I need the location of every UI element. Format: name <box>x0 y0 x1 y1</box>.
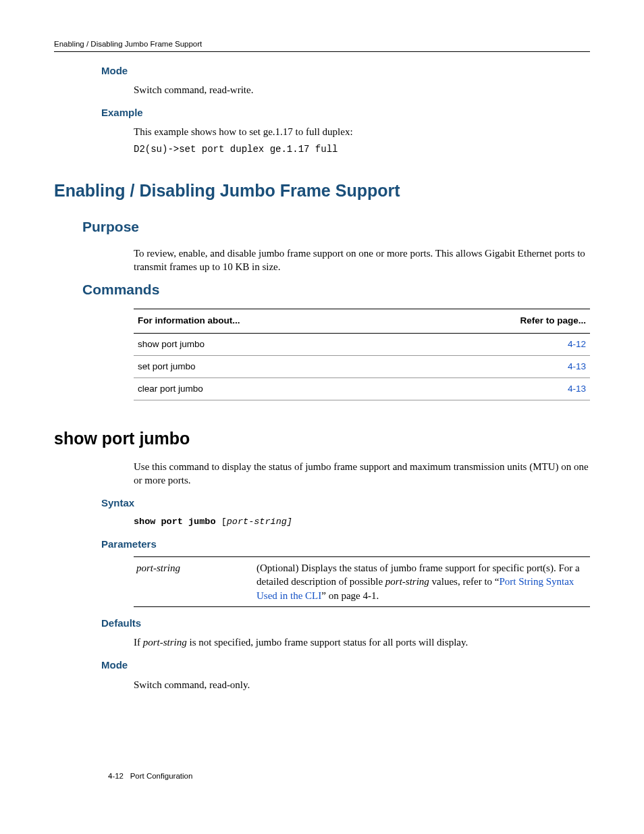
command-name: show port jumbo <box>134 333 407 355</box>
command-description: Use this command to display the status o… <box>134 460 590 488</box>
param-description: (Optional) Displays the status of jumbo … <box>254 557 590 607</box>
heading-parameters: Parameters <box>101 538 590 551</box>
heading-mode-2: Mode <box>101 658 590 672</box>
example-text: This example shows how to set ge.1.17 to… <box>134 125 590 138</box>
defaults-text: If port-string is not specified, jumbo f… <box>134 635 590 649</box>
example-code: D2(su)->set port duplex ge.1.17 full <box>134 143 590 156</box>
syntax-argument: port-string] <box>227 517 292 527</box>
heading-example: Example <box>101 106 590 120</box>
table-row: set port jumbo 4-13 <box>134 355 590 377</box>
syntax-keyword: show port jumbo <box>134 517 216 527</box>
syntax-line: show port jumbo [port-string] <box>134 516 590 528</box>
command-name: set port jumbo <box>134 355 407 377</box>
purpose-text: To review, enable, and disable jumbo fra… <box>134 246 590 274</box>
heading-syntax: Syntax <box>101 496 590 510</box>
page-footer: 4-12 Port Configuration <box>108 771 192 782</box>
footer-page-number: 4-12 <box>108 772 124 780</box>
page-link[interactable]: 4-13 <box>568 384 586 394</box>
table-header-info: For information about... <box>134 309 407 333</box>
param-name: port-string <box>134 557 254 607</box>
commands-table: For information about... Refer to page..… <box>134 309 590 400</box>
running-header: Enabling / Disabling Jumbo Frame Support <box>54 39 590 52</box>
page-link[interactable]: 4-13 <box>568 361 586 371</box>
syntax-bracket: [ <box>216 517 227 527</box>
table-header-page: Refer to page... <box>407 309 590 333</box>
footer-section-name: Port Configuration <box>130 772 193 780</box>
heading-purpose: Purpose <box>82 217 590 236</box>
command-name: clear port jumbo <box>134 378 407 400</box>
heading-commands: Commands <box>82 280 590 299</box>
page-link[interactable]: 4-12 <box>568 339 586 349</box>
section-heading-jumbo: Enabling / Disabling Jumbo Frame Support <box>54 180 590 203</box>
command-heading-show-port-jumbo: show port jumbo <box>54 427 590 450</box>
table-row: clear port jumbo 4-13 <box>134 378 590 400</box>
heading-mode: Mode <box>101 64 590 78</box>
table-row: show port jumbo 4-12 <box>134 333 590 355</box>
parameters-table: port-string (Optional) Displays the stat… <box>134 556 590 607</box>
mode-text-2: Switch command, read-only. <box>134 678 590 692</box>
mode-text: Switch command, read-write. <box>134 83 590 97</box>
heading-defaults: Defaults <box>101 617 590 630</box>
